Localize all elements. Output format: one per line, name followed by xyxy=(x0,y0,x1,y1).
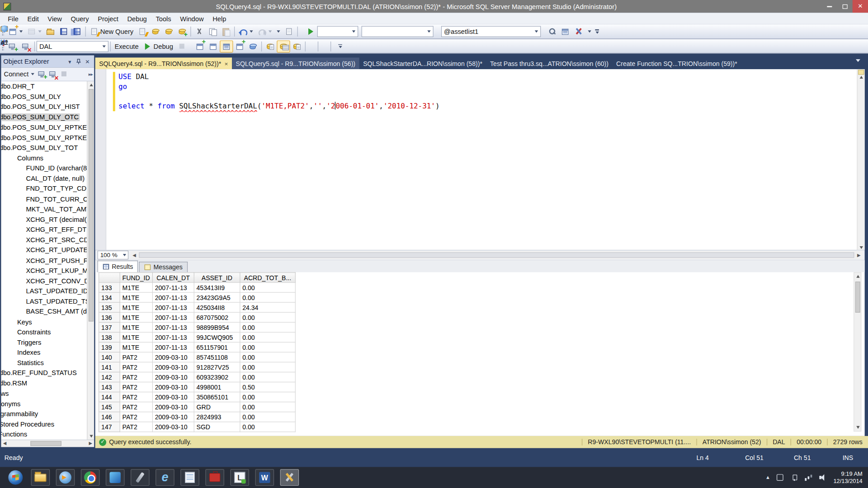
save-button[interactable] xyxy=(57,25,70,38)
ssms-taskbar-button[interactable] xyxy=(280,469,299,486)
tray-expand-icon[interactable]: ▲ xyxy=(765,475,770,480)
tree-item[interactable]: XCHG_RT_LKUP_MTH xyxy=(1,266,87,276)
toolbar-more-icon[interactable]: ▸▸ xyxy=(89,71,93,77)
tree-item[interactable]: dbo.POS_SUM_DLY xyxy=(1,92,87,102)
grid-row-header[interactable]: 136 xyxy=(99,312,120,322)
code-line[interactable]: go xyxy=(118,82,439,91)
grid-cell[interactable]: 2009-03-10 xyxy=(152,412,194,422)
grid-row-header[interactable]: 133 xyxy=(99,282,120,292)
word-taskbar-button[interactable]: W xyxy=(255,469,274,486)
query-options-button[interactable] xyxy=(206,40,219,52)
tablet-tray-icon[interactable] xyxy=(776,474,785,481)
grid-row-header[interactable]: 142 xyxy=(99,372,120,382)
close-panel-icon[interactable]: ✕ xyxy=(83,57,92,66)
disconnect-server-icon[interactable] xyxy=(48,70,57,79)
grid-cell[interactable]: 651157901 xyxy=(194,342,240,352)
tree-item[interactable]: Functions xyxy=(1,429,87,440)
connect-server-icon[interactable] xyxy=(38,70,47,79)
grid-cell[interactable]: 2009-03-10 xyxy=(152,352,194,362)
connect-button[interactable]: Connect xyxy=(3,70,35,79)
grid-row[interactable]: 133M1TE2007-11-13453413II90.00 xyxy=(99,282,296,292)
grid-cell[interactable]: 2007-11-13 xyxy=(152,312,194,322)
grid-cell[interactable]: 0.00 xyxy=(240,342,295,352)
tree-item[interactable]: CAL_DT (date, null) xyxy=(1,174,87,184)
grid-cell[interactable]: PAT2 xyxy=(120,372,152,382)
grid-column-header[interactable]: FUND_ID xyxy=(120,272,152,282)
grid-cell[interactable]: PAT2 xyxy=(120,422,152,432)
grid-cell[interactable]: 2007-11-13 xyxy=(152,332,194,342)
grid-cell[interactable]: 857451108 xyxy=(194,352,240,362)
find-combo[interactable]: @assetlist1 xyxy=(441,26,541,37)
display-estimated-plan-button[interactable] xyxy=(193,40,206,52)
code-line[interactable]: USE DAL xyxy=(118,72,439,81)
start-button-toolbar[interactable] xyxy=(304,25,317,38)
document-tab[interactable]: SQLShackStarterDA...RION\ssimon (58))* xyxy=(359,57,486,69)
grid-cell[interactable]: 0.00 xyxy=(240,392,295,402)
tree-item[interactable]: dbo.POS_SUM_DLY_HIST xyxy=(1,102,87,112)
tree-item[interactable]: XCHG_RT_PUSH_FLG ( xyxy=(1,255,87,266)
tree-item[interactable]: Columns xyxy=(1,153,87,164)
tab-list-dropdown-icon[interactable] xyxy=(856,59,860,62)
tree-item[interactable]: Constraints xyxy=(1,327,87,338)
chrome-taskbar-button[interactable] xyxy=(81,469,100,486)
toolbar-overflow-2[interactable] xyxy=(337,41,344,52)
uncomment-lines-button[interactable] xyxy=(311,40,316,52)
find-in-files-button[interactable] xyxy=(437,25,441,38)
redo-button[interactable] xyxy=(255,25,274,38)
grid-row[interactable]: 146PAT22009-03-1028249930.00 xyxy=(99,412,296,422)
grid-cell[interactable]: PAT2 xyxy=(120,402,152,412)
grid-cell[interactable]: 0.50 xyxy=(240,382,295,392)
grid-cell[interactable]: 2009-03-10 xyxy=(152,372,194,382)
tree-item[interactable]: dbo.POS_SUM_DLY_OTC xyxy=(1,112,87,122)
grid-cell[interactable]: 2009-03-10 xyxy=(152,392,194,402)
toolbox-button[interactable] xyxy=(572,25,585,38)
start-button[interactable] xyxy=(6,469,25,486)
tree-item[interactable]: Programmability xyxy=(1,409,87,419)
find-symbol-button[interactable] xyxy=(545,25,558,38)
results-vertical-scrollbar[interactable] xyxy=(854,272,861,432)
tree-item[interactable]: dbo.RSM xyxy=(1,378,87,389)
notepad-taskbar-button[interactable] xyxy=(180,469,199,486)
grid-row[interactable]: 138M1TE2007-11-1399JCWQ9050.00 xyxy=(99,332,296,342)
grid-cell[interactable]: 0.00 xyxy=(240,412,295,422)
taskbar-clock[interactable]: 9:19 AM 12/13/2014 xyxy=(833,470,862,485)
navigate-forward-button[interactable] xyxy=(283,25,296,38)
grid-cell[interactable]: M1TE xyxy=(120,302,152,312)
grid-cell[interactable]: 2007-11-13 xyxy=(152,342,194,352)
network-tray-icon[interactable] xyxy=(805,474,814,481)
grid-column-header[interactable]: ACRD_TOT_B... xyxy=(240,272,295,282)
red-toolbox-taskbar-button[interactable] xyxy=(205,469,224,486)
stop-button[interactable] xyxy=(175,40,189,52)
grid-cell[interactable]: 2009-03-10 xyxy=(152,362,194,372)
grid-cell[interactable]: M1TE xyxy=(120,322,152,332)
tree-item[interactable]: dbo.POS_SUM_DLY_RPTKEY xyxy=(1,122,87,133)
grid-row[interactable]: 137M1TE2007-11-1398899B9540.00 xyxy=(99,322,296,332)
grid-cell[interactable]: 2009-03-10 xyxy=(152,422,194,432)
editor-horizontal-scrollbar[interactable]: ◀ ▶ xyxy=(131,251,863,259)
menu-item[interactable]: Help xyxy=(208,14,231,23)
results-to-grid-button[interactable] xyxy=(277,40,290,52)
tree-item[interactable]: XCHG_RT_SRC_CD (va xyxy=(1,235,87,245)
grid-cell[interactable]: SGD xyxy=(194,422,240,432)
grid-cell[interactable]: M1TE xyxy=(120,342,152,352)
menu-item[interactable]: Tools xyxy=(151,14,176,23)
grid-cell[interactable]: 0.00 xyxy=(240,422,295,432)
grid-row[interactable]: 142PAT22009-03-106093239020.00 xyxy=(99,372,296,382)
grid-row-header[interactable]: 147 xyxy=(99,422,120,432)
grid-cell[interactable]: 687075002 xyxy=(194,312,240,322)
grid-row-header[interactable]: 141 xyxy=(99,362,120,372)
specify-values-button[interactable]: A⤴ xyxy=(333,40,337,52)
results-to-text-button[interactable] xyxy=(264,40,277,52)
blue-app-taskbar-button[interactable] xyxy=(106,469,125,486)
grid-cell[interactable]: 2009-03-10 xyxy=(152,382,194,392)
grid-row-header[interactable]: 137 xyxy=(99,322,120,332)
tree-item[interactable]: MKT_VAL_TOT_AMT ( xyxy=(1,204,87,215)
grid-cell[interactable]: 912827V25 xyxy=(194,362,240,372)
grid-cell[interactable]: GRD xyxy=(194,402,240,412)
grid-row[interactable]: 147PAT22009-03-10SGD0.00 xyxy=(99,422,296,432)
zoom-combo[interactable]: 100 % xyxy=(98,251,129,260)
grid-cell[interactable]: 0.00 xyxy=(240,292,295,302)
tree-item[interactable]: XCHG_RT_EFF_DT (da xyxy=(1,225,87,235)
document-tab[interactable]: Create Function SQ...TRION\ssimon (59))* xyxy=(612,57,741,69)
grid-cell[interactable]: 2007-11-13 xyxy=(152,292,194,302)
